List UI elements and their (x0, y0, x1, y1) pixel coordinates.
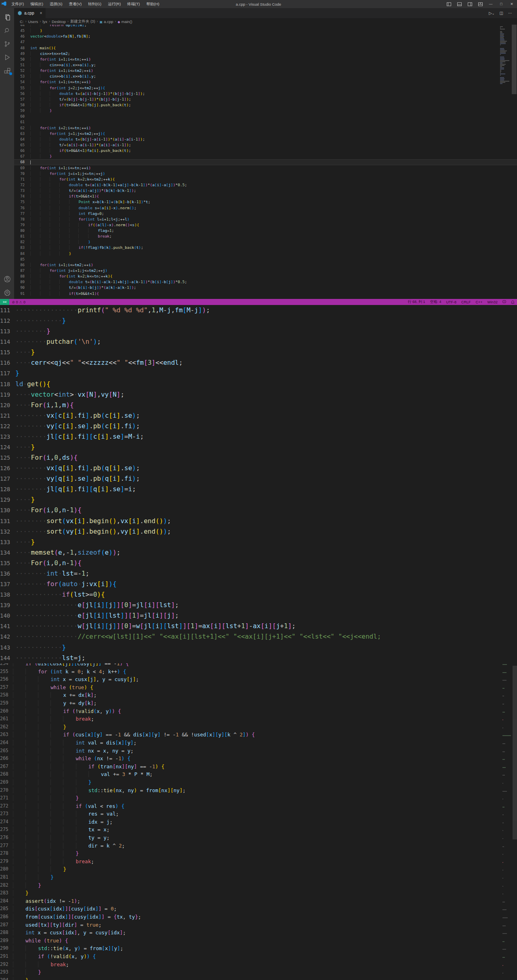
code-line[interactable]: 48int main(){ (14, 45, 517, 51)
menu-item[interactable]: 终端(T) (124, 2, 143, 7)
more-actions-icon[interactable]: ⋯ (508, 11, 512, 15)
code-line[interactable]: 120····For(i,1,m){ (0, 400, 517, 410)
code-line[interactable]: 58 if(t>0&&t<1)fb[j].push_back(t); (14, 102, 517, 108)
code-line[interactable]: 277 dir = k ^ 2; (0, 842, 517, 850)
account-icon[interactable] (0, 272, 14, 286)
code-line[interactable]: 69 for(int i=1;i<=tn;++i) (14, 165, 517, 171)
code-line[interactable]: 67 } (14, 154, 517, 159)
code-line[interactable]: 275 tx = x; (0, 826, 517, 834)
code-line[interactable]: 137········for(auto·j:vx[i]){ (0, 579, 517, 589)
code-line[interactable]: 129····} (0, 494, 517, 505)
code-line[interactable]: 49 cin>>tn>>tm2; (14, 51, 517, 57)
code-line[interactable]: 124····} (0, 442, 517, 452)
menu-item[interactable]: 选择(S) (46, 2, 66, 7)
status-item[interactable]: CRLF (459, 300, 473, 304)
code-line[interactable]: 281 } (0, 873, 517, 881)
code-line[interactable]: 288 int x = cusx[idx], y = cusy[idx]; (0, 929, 517, 937)
code-line[interactable]: 273 res = val; (0, 810, 517, 818)
code-line[interactable]: 292 break; (0, 961, 517, 969)
code-line[interactable]: 274 idx = j; (0, 818, 517, 826)
code-line[interactable]: 47 (14, 39, 517, 45)
code-line[interactable]: 121········vx[c[i].fi].pb(c[i].se); (0, 410, 517, 421)
code-line[interactable]: 91 if(t>0&&t<1){ (14, 291, 517, 297)
code-line[interactable]: 128········jl[q[i].fi][q[i].se]=i; (0, 484, 517, 494)
code-line[interactable]: 138············if(lst>=0){ (0, 589, 517, 600)
code-line[interactable]: 52 for(int i=1;i<=tm2;++i) (14, 68, 517, 74)
code-line[interactable]: 63 for(int j=1;j<=tm2;++j){ (14, 131, 517, 137)
code-line[interactable]: 265 int nx = x, ny = y; (0, 747, 517, 755)
code-line[interactable]: 53 cin>>b[i].x>>b[i].y; (14, 74, 517, 79)
code-line[interactable]: 142················//cerr<<w[lst][1]<<" … (0, 631, 517, 642)
menu-item[interactable]: 运行(R) (105, 2, 124, 7)
code-line[interactable]: 282 } (0, 881, 517, 890)
customize-layout-icon[interactable] (475, 0, 485, 8)
split-editor-icon[interactable]: ◫ (500, 11, 503, 15)
code-line[interactable]: 54 for(int i=1;i<=tn;++i) (14, 79, 517, 85)
code-line[interactable]: 280 } (0, 865, 517, 873)
code-line[interactable]: 65 t/=(a[i]-a[i-1])*(a[i]-a[i-1]); (14, 142, 517, 148)
close-window-button[interactable]: ✕ (506, 0, 517, 8)
minimap[interactable] (500, 26, 511, 84)
code-line[interactable]: 51 cin>>a[i].x>>a[i].y; (14, 62, 517, 68)
editor-pane-bottom[interactable]: 254 if (dis[cusx[j]][cusy[j]] == -1) {25… (0, 663, 517, 980)
code-line[interactable]: 80 flag=1; (14, 228, 517, 233)
code-line[interactable]: 276 ty = y; (0, 834, 517, 842)
code-line[interactable]: 117} (0, 368, 517, 379)
code-line[interactable]: 122········vy[c[i].se].pb(c[i].fi); (0, 421, 517, 431)
code-line[interactable]: 291 if (!valid(x, y)) { (0, 953, 517, 961)
code-line[interactable]: 284 assert(idx != -1); (0, 897, 517, 905)
code-line[interactable]: 50 for(int i=1;i<=tn;++i) (14, 57, 517, 62)
status-item[interactable]: UTF-8 (443, 300, 459, 304)
code-line[interactable]: 140················e[jl[i][lst]][1]=jl[i… (0, 610, 517, 621)
code-line[interactable]: 268 val += 3 * P * M; (0, 770, 517, 778)
code-line[interactable]: 77 int flag=0; (14, 211, 517, 217)
code-line[interactable]: 258 x += dx[k]; (0, 691, 517, 699)
code-line[interactable]: 88 for(int k=2;k<=tn;++k){ (14, 273, 517, 279)
code-line[interactable]: 264 int val = dis[x][y]; (0, 739, 517, 747)
code-line[interactable]: 141················w[jl[i][j]][0]=w[jl[i… (0, 621, 517, 631)
toggle-secondary-sidebar-icon[interactable] (464, 0, 475, 8)
breadcrumb-item[interactable]: ▣a.cpp (100, 19, 113, 24)
code-line[interactable]: 272 if (val < res) { (0, 802, 517, 810)
tab-close-icon[interactable]: × (40, 11, 42, 15)
code-line[interactable]: 44 return dp[n][m]; (14, 25, 517, 28)
minimize-button[interactable]: — (485, 0, 496, 8)
editor-pane-middle[interactable]: 111················printf(" %d %d %d",1,… (0, 305, 517, 663)
code-line[interactable]: 116····cerr<<qj<<" "<<zzzzz<<" "<<fm[3]<… (0, 358, 517, 368)
code-line[interactable]: 114········putchar('\n'); (0, 336, 517, 347)
breadcrumb-item[interactable]: 新建文件夹 (3) (70, 19, 95, 24)
code-line[interactable]: 261 break; (0, 715, 517, 723)
search-icon[interactable] (0, 24, 14, 37)
code-line[interactable]: 85 (14, 257, 517, 262)
code-line[interactable]: 82 } (14, 239, 517, 245)
breadcrumb-item[interactable]: Desktop (52, 19, 66, 24)
code-line[interactable]: 278 } (0, 850, 517, 858)
code-line[interactable]: 289 while (true) { (0, 937, 517, 945)
toggle-panel-icon[interactable] (454, 0, 464, 8)
code-line[interactable]: 84 } (14, 251, 517, 257)
code-line[interactable]: 64 double t=(b[j]-a[i-1])*(a[i]-a[i-1]); (14, 137, 517, 142)
code-line[interactable]: 256 int x = cusx[j], y = cusy[j]; (0, 675, 517, 683)
code-line[interactable]: 293 } (0, 968, 517, 976)
code-line[interactable]: 70 for(int j=i+1;j<=tn;++j) (14, 171, 517, 177)
code-line[interactable]: 127········vy[q[i].se].pb(q[i].fi); (0, 473, 517, 484)
code-line[interactable]: 283 } (0, 889, 517, 897)
problems-indicator[interactable]: ⊘0 ⚠0 (9, 300, 28, 304)
code-line[interactable]: 144············lst=j; (0, 653, 517, 663)
code-line[interactable]: 71 for(int k=2;k<=tm2;++k){ (14, 177, 517, 182)
breadcrumb-item[interactable]: Users (28, 19, 38, 24)
breadcrumb-item[interactable]: ◆main() (118, 19, 132, 24)
code-line[interactable]: 130····For(i,0,n-1){ (0, 505, 517, 515)
code-line[interactable]: 134····memset(e,-1,sizeof(e)); (0, 547, 517, 558)
code-line[interactable]: 133····} (0, 537, 517, 547)
code-line[interactable]: 135····For(i,0,n-1){ (0, 558, 517, 568)
menu-item[interactable]: 编辑(E) (27, 2, 46, 7)
remote-indicator[interactable]: >< (0, 299, 9, 305)
tab-a-cpp[interactable]: a.cpp × (14, 8, 46, 18)
code-line[interactable]: 61 (14, 119, 517, 125)
code-line[interactable]: 78 for(int l=i+1;l<j;++l) (14, 217, 517, 222)
code-line[interactable]: 76 double s=(a[i]-x).norm(); (14, 205, 517, 211)
editor-pane-top[interactable]: 44 return dp[n][m];45 }46vector<double>f… (14, 25, 517, 299)
code-line[interactable]: 132········sort(vy[i].begin(),vy[i].end(… (0, 526, 517, 537)
code-line[interactable]: 269 } (0, 778, 517, 787)
